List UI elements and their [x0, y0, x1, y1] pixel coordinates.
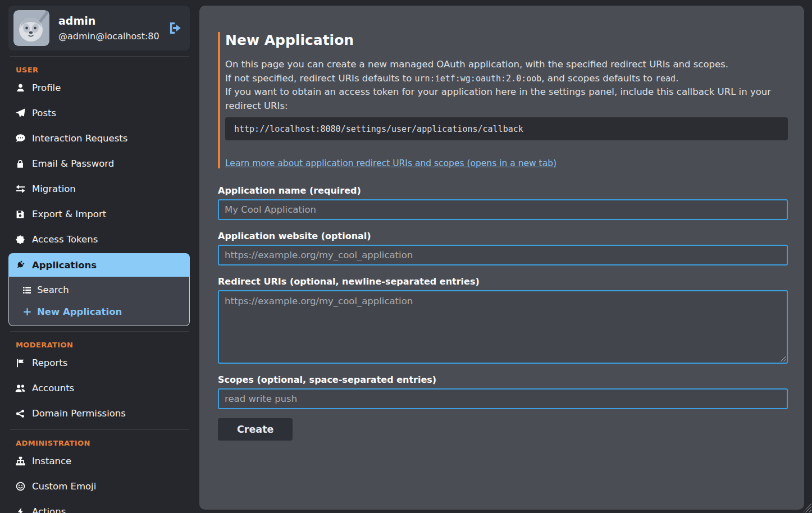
- sidebar-item-email-password[interactable]: Email & Password: [8, 151, 190, 176]
- sidebar-item-label: Export & Import: [32, 209, 106, 219]
- scopes-input[interactable]: [218, 388, 788, 409]
- sloth-avatar: [13, 10, 49, 46]
- sidebar-item-label: Domain Permissions: [32, 408, 126, 419]
- sidebar-item-domain-permissions[interactable]: Domain Permissions: [8, 401, 190, 426]
- plug-icon: [15, 260, 26, 269]
- intro-line3: If you want to obtain an access token fo…: [225, 86, 771, 111]
- intro-description: On this page you can create a new manage…: [225, 58, 788, 113]
- flag-icon: [15, 359, 26, 368]
- section-header-moderation: MODERATION: [16, 341, 190, 349]
- application-website-field: Application website (optional): [218, 231, 788, 265]
- oob-code: urn:ietf:wg:oauth:2.0:oob: [415, 74, 542, 84]
- scopes-field: Scopes (optional, space-separated entrie…: [218, 374, 788, 409]
- sidebar-item-posts[interactable]: Posts: [8, 100, 190, 126]
- learn-more-row: Learn more about application redirect UR…: [225, 158, 788, 168]
- sidebar-item-label: Actions: [32, 506, 66, 513]
- sidebar-item-label: New Application: [37, 306, 122, 317]
- plus-icon: [21, 308, 33, 316]
- divider: [10, 429, 189, 430]
- sidebar-item-applications-search[interactable]: Search: [9, 279, 189, 301]
- sign-out-icon[interactable]: [168, 21, 183, 35]
- sidebar-item-new-application[interactable]: New Application: [9, 301, 189, 323]
- page-title: New Application: [225, 32, 788, 48]
- bolt-icon: [15, 507, 26, 513]
- callback-url: http://localhost:8080/settings/user/appl…: [234, 124, 523, 134]
- application-name-label: Application name (required): [218, 185, 788, 196]
- sidebar-item-export-import[interactable]: Export & Import: [8, 201, 190, 227]
- user-icon: [15, 83, 26, 93]
- sidebar-item-custom-emoji[interactable]: Custom Emoji: [8, 474, 190, 499]
- sidebar-item-label: Email & Password: [32, 158, 114, 169]
- intro-line2-mid: , and scopes defaults to: [541, 73, 655, 84]
- section-header-administration: ADMINISTRATION: [16, 439, 190, 447]
- learn-more-link[interactable]: Learn more about application redirect UR…: [225, 158, 556, 168]
- application-website-label: Application website (optional): [218, 231, 788, 241]
- list-icon: [21, 286, 33, 295]
- callback-url-codeblock: http://localhost:8080/settings/user/appl…: [225, 117, 788, 140]
- sidebar-item-label: Instance: [32, 456, 71, 466]
- sidebar-item-label: Applications: [32, 260, 97, 271]
- gotosocial-settings-window: admin @admin@localhost:80... USER Profil…: [0, 0, 812, 513]
- certificate-icon: [15, 235, 26, 244]
- user-card: admin @admin@localhost:80...: [8, 6, 190, 51]
- lock-icon: [15, 159, 26, 168]
- sidebar-item-accounts[interactable]: Accounts: [8, 375, 190, 401]
- sidebar-item-interaction-requests[interactable]: Interaction Requests: [8, 126, 190, 151]
- sidebar-item-label: Accounts: [32, 383, 74, 393]
- section-header-user: USER: [16, 66, 190, 74]
- exchange-icon: [15, 184, 26, 194]
- settings-panel: New Application On this page you can cre…: [199, 6, 804, 510]
- sidebar-item-label: Custom Emoji: [32, 481, 96, 492]
- scopes-label: Scopes (optional, space-separated entrie…: [218, 374, 788, 385]
- users-icon: [15, 383, 26, 393]
- sidebar-item-actions[interactable]: Actions: [8, 499, 190, 513]
- sidebar-item-label: Posts: [32, 108, 56, 118]
- create-button[interactable]: Create: [218, 418, 293, 441]
- sitemap-icon: [15, 456, 26, 466]
- intro-line2-post: .: [676, 73, 678, 84]
- paper-plane-icon: [15, 108, 26, 118]
- sidebar-item-access-tokens[interactable]: Access Tokens: [8, 227, 190, 252]
- sidebar-item-label: Search: [37, 285, 69, 295]
- intro-line2-pre: If not specified, redirect URIs defaults…: [225, 73, 415, 84]
- divider: [10, 56, 189, 57]
- intro-line1: On this page you can create a new manage…: [225, 59, 728, 70]
- sidebar-item-label: Profile: [32, 83, 61, 93]
- username: admin: [58, 15, 159, 27]
- share-nodes-icon: [15, 409, 26, 418]
- redirect-uris-label: Redirect URIs (optional, newline-separat…: [218, 276, 788, 287]
- sidebar-item-reports[interactable]: Reports: [8, 350, 190, 375]
- sidebar-group-applications: Applications Search: [8, 253, 190, 326]
- comment-dots-icon: [15, 134, 26, 143]
- application-name-field: Application name (required): [218, 185, 788, 220]
- sidebar-item-label: Interaction Requests: [32, 133, 127, 144]
- new-application-form: Application name (required) Application …: [218, 185, 788, 441]
- redirect-uris-field: Redirect URIs (optional, newline-separat…: [218, 276, 788, 364]
- window-resize-grip[interactable]: [803, 503, 811, 512]
- sidebar-item-label: Reports: [32, 358, 67, 368]
- sidebar-item-label: Access Tokens: [32, 234, 98, 245]
- redirect-uris-textarea[interactable]: [218, 290, 788, 364]
- sidebar-item-profile[interactable]: Profile: [8, 75, 190, 100]
- application-website-input[interactable]: [218, 245, 788, 265]
- user-names: admin @admin@localhost:80...: [58, 15, 159, 42]
- sidebar-item-migration[interactable]: Migration: [8, 176, 190, 201]
- application-name-input[interactable]: [218, 199, 788, 220]
- sidebar-item-instance[interactable]: Instance: [8, 448, 190, 474]
- floppy-disk-icon: [15, 210, 26, 219]
- new-application-intro: New Application On this page you can cre…: [218, 32, 788, 168]
- smile-icon: [15, 482, 26, 491]
- sidebar-item-label: Migration: [32, 184, 76, 194]
- settings-sidebar: admin @admin@localhost:80... USER Profil…: [0, 0, 199, 513]
- divider: [10, 331, 189, 332]
- user-handle: @admin@localhost:80...: [58, 31, 159, 42]
- read-code: read: [655, 74, 676, 84]
- sidebar-item-applications[interactable]: Applications: [8, 253, 190, 277]
- applications-submenu: Search New Application: [8, 277, 190, 326]
